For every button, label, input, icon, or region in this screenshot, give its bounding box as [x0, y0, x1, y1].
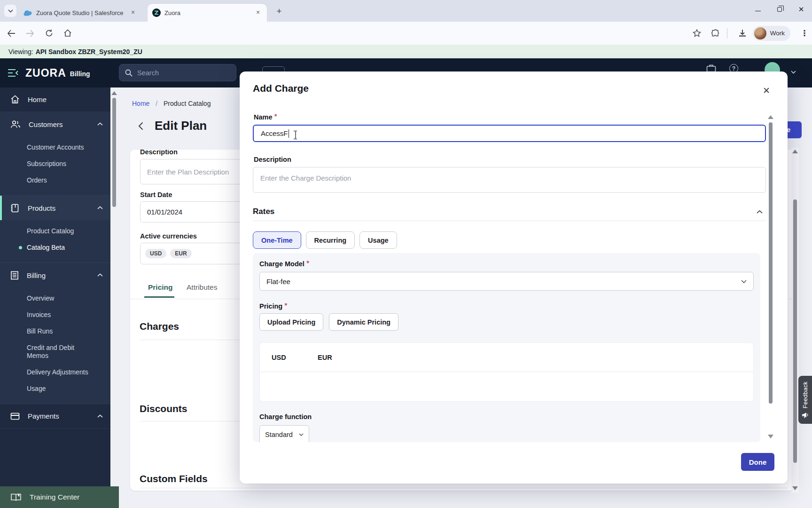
scrollbar-thumb[interactable]: [793, 199, 797, 463]
modal-scroll-up-arrow[interactable]: [768, 115, 773, 119]
star-icon: [693, 29, 701, 37]
page-title: Edit Plan: [155, 119, 207, 133]
chevron-up-icon: [97, 122, 103, 126]
tab-salesforce[interactable]: Zuora Quote Studio | Salesforce ×: [19, 4, 142, 22]
sidebar-item-training-center[interactable]: Training Center: [0, 486, 119, 508]
dynamic-pricing-button[interactable]: Dynamic Pricing: [329, 313, 398, 331]
back-chevron-icon[interactable]: [138, 122, 143, 130]
sidebar-logo-row: ZUORA Billing: [0, 58, 110, 87]
browser-profile-button[interactable]: Work: [753, 26, 790, 41]
active-dot: [19, 246, 22, 249]
user-menu-caret-icon[interactable]: [791, 71, 796, 74]
upload-pricing-button[interactable]: Upload Pricing: [259, 313, 323, 331]
sidebar-item-customer-accounts[interactable]: Customer Accounts: [0, 139, 110, 156]
collapse-sidebar-icon[interactable]: [8, 69, 19, 77]
feedback-tab[interactable]: Feedback: [798, 376, 812, 424]
sidebar-item-overview[interactable]: Overview: [0, 290, 110, 307]
browser-menu-button[interactable]: ⋮: [797, 26, 812, 41]
profile-name: Work: [770, 30, 785, 37]
toolbar-divider: [727, 28, 727, 39]
section-charges: Charges: [140, 321, 179, 332]
sidebar-item-delivery-adjustments[interactable]: Delivery Adjustments: [0, 364, 110, 381]
tab-close-icon[interactable]: ×: [129, 8, 137, 17]
page-title-row: Edit Plan: [138, 119, 207, 133]
sidebar-item-payments[interactable]: Payments: [0, 404, 110, 429]
sidebar-item-billing[interactable]: Billing: [0, 263, 110, 287]
charge-model-select[interactable]: Flat-fee: [259, 272, 754, 291]
extensions-button[interactable]: [708, 26, 723, 41]
tab-attributes[interactable]: Attributes: [187, 283, 217, 292]
window-close-button[interactable]: ✕: [790, 0, 812, 19]
tab-search-button[interactable]: [4, 5, 16, 17]
search-icon: [125, 69, 133, 77]
charge-type-usage[interactable]: Usage: [359, 231, 397, 249]
charge-type-one-time[interactable]: One-Time: [253, 231, 301, 249]
chevron-down-icon: [741, 280, 747, 283]
downloads-button[interactable]: [735, 26, 750, 41]
rates-table-header: USD EUR: [260, 343, 753, 372]
modal-title: Add Charge: [253, 83, 309, 94]
charge-type-recurring[interactable]: Recurring: [306, 231, 355, 249]
forward-arrow-icon: [26, 30, 34, 37]
sidebar-item-catalog-beta[interactable]: Catalog Beta: [0, 239, 110, 256]
sidebar: ZUORA Billing Home Customers Customer Ac…: [0, 58, 110, 508]
charge-type-segments: One-Time Recurring Usage: [253, 231, 397, 249]
new-tab-button[interactable]: +: [273, 6, 285, 16]
sidebar-scrollbar[interactable]: [110, 87, 119, 486]
tab-zuora[interactable]: Zuora ×: [148, 4, 267, 22]
sidebar-item-product-catalog[interactable]: Product Catalog: [0, 223, 110, 239]
sidebar-item-bill-runs[interactable]: Bill Runs: [0, 323, 110, 340]
breadcrumb-home-link[interactable]: Home: [132, 100, 149, 107]
modal-scroll-down-arrow[interactable]: [768, 435, 773, 438]
chevron-down-icon: [299, 433, 304, 436]
charge-model-label: Charge Model: [259, 260, 304, 268]
scrollbar-thumb[interactable]: [112, 98, 116, 207]
window-restore-button[interactable]: [769, 0, 790, 19]
collapse-rates-icon[interactable]: [757, 210, 763, 214]
bookmark-button[interactable]: [689, 26, 704, 41]
salesforce-cloud-icon: [23, 10, 32, 16]
reload-button[interactable]: [41, 26, 56, 41]
tab-title: Zuora: [164, 9, 250, 16]
charge-model-value: Flat-fee: [266, 278, 290, 286]
breadcrumb-separator: /: [156, 100, 157, 107]
puzzle-icon: [711, 29, 720, 38]
rates-table-empty-row[interactable]: [260, 372, 753, 401]
charge-name-input[interactable]: AccessF: [253, 125, 766, 142]
sidebar-item-products[interactable]: Products: [0, 196, 110, 220]
sidebar-item-invoices[interactable]: Invoices: [0, 307, 110, 323]
scroll-up-arrow[interactable]: [792, 150, 798, 153]
charge-function-select[interactable]: Standard: [259, 425, 309, 442]
active-tab-underline: [144, 296, 174, 298]
sidebar-item-orders[interactable]: Orders: [0, 172, 110, 189]
customers-icon: [10, 120, 21, 128]
modal-close-button[interactable]: ✕: [760, 85, 773, 97]
home-button[interactable]: [60, 26, 75, 41]
tab-pricing[interactable]: Pricing: [148, 283, 173, 292]
sidebar-item-subscriptions[interactable]: Subscriptions: [0, 156, 110, 172]
sidebar-item-label: Payments: [28, 412, 59, 420]
sidebar-item-customers[interactable]: Customers: [0, 112, 110, 136]
sidebar-item-label: Customers: [29, 120, 63, 128]
payments-icon: [10, 413, 20, 420]
tab-close-icon[interactable]: ×: [254, 8, 262, 17]
training-book-icon: [10, 493, 22, 502]
section-custom-fields: Custom Fields: [140, 473, 208, 484]
page-scrollbar[interactable]: [791, 148, 799, 493]
scroll-down-arrow[interactable]: [792, 486, 798, 490]
sidebar-item-credit-debit-memos[interactable]: Credit and Debit Memos: [0, 340, 99, 364]
back-button[interactable]: [4, 26, 19, 41]
sidebar-item-usage[interactable]: Usage: [0, 381, 110, 397]
charge-description-input[interactable]: Enter the Charge Description: [253, 167, 766, 193]
charge-description-placeholder: Enter the Charge Description: [260, 174, 351, 182]
global-search-input[interactable]: Search: [119, 64, 236, 81]
sidebar-item-label: Billing: [27, 271, 46, 279]
sidebar-item-home[interactable]: Home: [0, 87, 110, 112]
modal-scrollbar-thumb[interactable]: [769, 122, 773, 404]
forward-button[interactable]: [23, 26, 38, 41]
done-button[interactable]: Done: [741, 453, 774, 471]
scroll-up-arrow[interactable]: [111, 91, 117, 95]
rates-table: USD EUR: [259, 342, 754, 402]
charge-function-value: Standard: [265, 431, 293, 438]
window-minimize-button[interactable]: [747, 0, 769, 19]
